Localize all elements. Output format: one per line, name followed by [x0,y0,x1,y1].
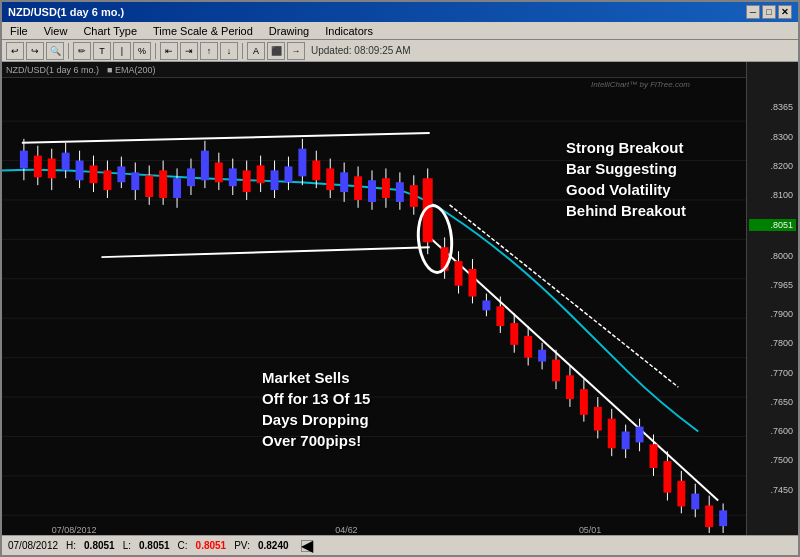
svg-rect-73 [410,185,418,207]
price-label-1: .8365 [749,102,796,112]
menu-bar: File View Chart Type Time Scale & Period… [2,22,798,40]
svg-rect-101 [608,419,616,449]
svg-rect-0 [2,62,746,535]
price-label-10: .7650 [749,397,796,407]
svg-rect-93 [552,360,560,382]
chart-container: NZD/USD(1 day 6 mo.) ■ EMA(200) IntelliC… [2,62,798,535]
toolbar-btn-4[interactable]: ✏ [73,42,91,60]
window-controls: ─ □ ✕ [746,5,792,19]
toolbar-btn-10[interactable]: ↑ [200,42,218,60]
menu-chart-type[interactable]: Chart Type [79,25,141,37]
toolbar-btn-6[interactable]: | [113,42,131,60]
toolbar-sep-3 [242,43,243,59]
svg-rect-61 [326,168,334,190]
svg-rect-103 [622,432,630,450]
price-highlight: .8051 [749,219,796,231]
date-label: 07/08/2012 [8,540,58,551]
c-value: 0.8051 [196,540,227,551]
price-label-5: .8000 [749,251,796,261]
price-label-8: .7800 [749,338,796,348]
minimize-button[interactable]: ─ [746,5,760,19]
toolbar-btn-8[interactable]: ⇤ [160,42,178,60]
svg-rect-67 [368,180,376,202]
svg-rect-85 [496,306,504,326]
price-axis: .8365 .8300 .8200 .8100 .8051 .8000 .796… [746,62,798,535]
intellichart-label: IntelliChart™ by FiTree.com [591,80,690,89]
svg-rect-31 [117,166,125,182]
svg-rect-19 [34,156,42,178]
svg-rect-23 [62,153,70,171]
svg-rect-35 [145,175,153,197]
l-label: L: [123,540,131,551]
svg-rect-109 [663,461,671,493]
svg-rect-83 [482,300,490,310]
price-label-13: .7450 [749,485,796,495]
toolbar-btn-7[interactable]: % [133,42,151,60]
menu-drawing[interactable]: Drawing [265,25,313,37]
toolbar-btn-2[interactable]: ↪ [26,42,44,60]
price-label-4: .8100 [749,190,796,200]
svg-rect-99 [594,407,602,431]
toolbar-updated: Updated: 08:09:25 AM [311,45,411,56]
svg-rect-51 [257,165,265,183]
svg-rect-69 [382,178,390,198]
svg-rect-37 [159,170,167,198]
svg-rect-27 [90,165,98,183]
svg-rect-91 [538,350,546,362]
price-label-7: .7900 [749,309,796,319]
svg-rect-113 [691,494,699,510]
svg-rect-59 [312,161,320,181]
svg-rect-47 [229,168,237,186]
close-button[interactable]: ✕ [778,5,792,19]
svg-rect-89 [524,336,532,358]
svg-rect-45 [215,163,223,183]
chart-svg: 07/08/2012 04/62 05/01 [2,62,746,535]
breadcrumb-symbol: NZD/USD(1 day 6 mo.) [6,65,99,75]
svg-rect-63 [340,172,348,192]
toolbar-btn-5[interactable]: T [93,42,111,60]
svg-rect-97 [580,389,588,415]
scroll-left[interactable]: ◀ [301,540,313,552]
svg-rect-111 [677,481,685,507]
h-label: H: [66,540,76,551]
toolbar-btn-9[interactable]: ⇥ [180,42,198,60]
svg-rect-25 [76,161,84,181]
svg-rect-115 [705,505,713,527]
svg-rect-105 [636,427,644,443]
toolbar-btn-13[interactable]: ⬛ [267,42,285,60]
svg-rect-17 [20,151,28,169]
price-label-12: .7500 [749,455,796,465]
svg-rect-107 [650,444,658,468]
toolbar: ↩ ↪ 🔍 ✏ T | % ⇤ ⇥ ↑ ↓ A ⬛ → Updated: 08:… [2,40,798,62]
chart-area[interactable]: IntelliChart™ by FiTree.com [2,62,746,535]
svg-rect-79 [455,261,463,286]
main-window: NZD/USD(1 day 6 mo.) ─ □ ✕ File View Cha… [0,0,800,557]
h-value: 0.8051 [84,540,115,551]
svg-text:04/62: 04/62 [335,525,357,535]
toolbar-btn-1[interactable]: ↩ [6,42,24,60]
toolbar-sep-2 [155,43,156,59]
svg-rect-75 [423,178,433,242]
window-title: NZD/USD(1 day 6 mo.) [8,6,124,18]
svg-rect-117 [719,510,727,526]
toolbar-btn-12[interactable]: A [247,42,265,60]
menu-time-scale[interactable]: Time Scale & Period [149,25,257,37]
l-value: 0.8051 [139,540,170,551]
svg-rect-55 [284,166,292,182]
price-label-9: .7700 [749,368,796,378]
svg-rect-87 [510,323,518,345]
maximize-button[interactable]: □ [762,5,776,19]
toolbar-btn-3[interactable]: 🔍 [46,42,64,60]
svg-text:05/01: 05/01 [579,525,601,535]
bottom-bar: 07/08/2012 H: 0.8051 L: 0.8051 C: 0.8051… [2,535,798,555]
toolbar-btn-11[interactable]: ↓ [220,42,238,60]
svg-rect-41 [187,168,195,186]
toolbar-btn-14[interactable]: → [287,42,305,60]
menu-file[interactable]: File [6,25,32,37]
svg-rect-33 [131,172,139,190]
menu-view[interactable]: View [40,25,72,37]
svg-rect-65 [354,176,362,200]
price-label-6: .7965 [749,280,796,290]
svg-rect-81 [468,269,476,297]
menu-indicators[interactable]: Indicators [321,25,377,37]
